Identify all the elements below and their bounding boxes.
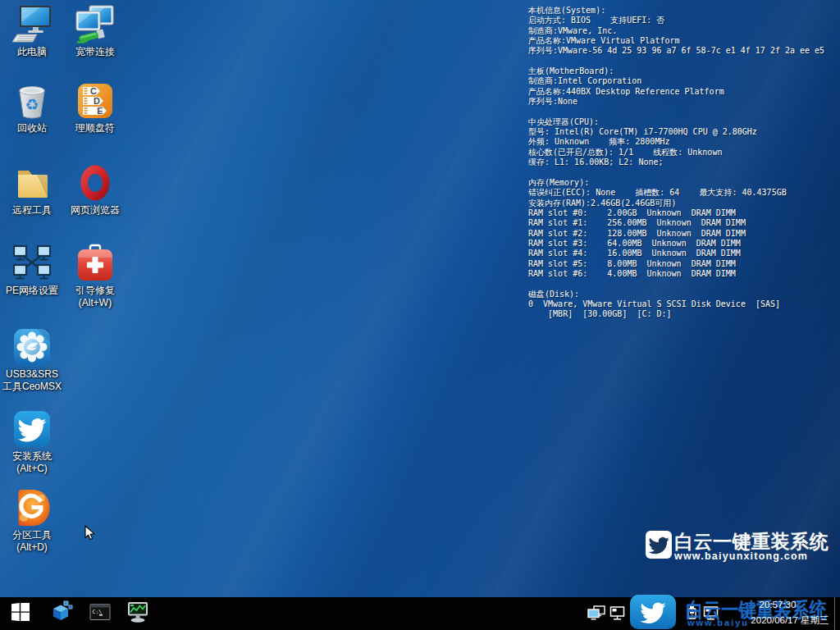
desktop-icon-usb3-srs-tool[interactable]: USB3&SRS工具CeoMSX — [1, 327, 63, 393]
desktop-icon-install-system[interactable]: 安装系统(Alt+C) — [1, 409, 63, 475]
desktop-icon-label: USB3&SRS — [6, 368, 58, 381]
brand-watermark: 白云一键重装系统 www.baiyunxitong.com — [645, 529, 833, 578]
desktop-icon-remote-tools[interactable]: 远程工具 — [1, 163, 63, 217]
usb-tool-icon — [12, 327, 52, 367]
drive-letters-icon: CDE — [75, 81, 115, 121]
monitor-tray-icon — [609, 605, 627, 625]
broadband-icon — [75, 5, 115, 44]
brand-url: www.baiyunxitong.com — [674, 550, 808, 562]
desktop-icon-recycle-bin[interactable]: ♻回收站 — [1, 81, 63, 135]
clock-date[interactable]: 2020/06/17 星期三 — [746, 614, 833, 627]
bird-logo-icon — [646, 531, 672, 562]
clock-time[interactable]: 20:57:30 — [751, 600, 804, 609]
desktop-icon-partition-tool[interactable]: 分区工具(Alt+D) — [1, 488, 63, 554]
desktop-icon-label: 安装系统 — [12, 450, 52, 463]
bird-icon — [12, 409, 52, 449]
windows-logo-icon — [11, 603, 30, 624]
taskbar-app-command-prompt[interactable]: C:\ — [81, 597, 119, 630]
computer-icon — [12, 5, 52, 44]
opera-icon — [75, 163, 115, 203]
desktop-icon-drive-letter-fix[interactable]: CDE理顺盘符 — [64, 81, 126, 135]
taskbar-watermark-url: www.baiyu — [687, 618, 749, 628]
mouse-cursor — [82, 525, 98, 544]
start-button[interactable] — [2, 597, 39, 630]
display-switch-icon — [587, 605, 605, 625]
task-monitor-icon — [126, 601, 149, 627]
desktop-icon-label: 回收站 — [17, 122, 47, 135]
svg-text:D: D — [94, 96, 100, 106]
desktop-icon-label: 宽带连接 — [75, 46, 115, 58]
desktop-icon-label: 网页浏览器 — [71, 204, 120, 217]
svg-text:C: C — [90, 86, 97, 96]
svg-text:♻: ♻ — [25, 95, 39, 113]
desktop-icon-label: 远程工具 — [12, 204, 52, 217]
desktop-icon-label: 理顺盘符 — [75, 122, 115, 135]
desktop-icon-label: 此电脑 — [17, 46, 47, 58]
desktop-icon-label: PE网络设置 — [6, 285, 58, 297]
desktop-icon-label: 引导修复 — [75, 285, 115, 297]
desktop-icon-web-browser[interactable]: 网页浏览器 — [64, 163, 126, 217]
desktop-icon-label: (Alt+C) — [16, 463, 48, 475]
desktop-icon-label: 工具CeoMSX — [2, 381, 62, 393]
desktop[interactable]: 此电脑宽带连接♻回收站CDE理顺盘符远程工具网页浏览器PE网络设置引导修复(Al… — [0, 0, 840, 630]
folder-icon — [12, 163, 52, 203]
svg-text:C:\: C:\ — [93, 609, 103, 615]
show-desktop-button[interactable] — [834, 597, 835, 630]
cube-tool-icon — [50, 600, 73, 627]
taskbar: C:\ ? 白云一键重装系统 www.baiyu 20:57:30 2020/0… — [0, 597, 840, 630]
cmd-icon: C:\ — [89, 601, 111, 626]
taskbar-bird-logo-icon — [630, 595, 676, 629]
taskbar-app-cube-tool[interactable] — [43, 597, 80, 630]
desktop-icon-label: (Alt+D) — [16, 541, 48, 554]
svg-text:E: E — [97, 106, 103, 116]
taskbar-app-task-monitor[interactable] — [119, 597, 157, 630]
desktop-icon-this-pc[interactable]: 此电脑 — [1, 5, 63, 58]
firstaid-icon — [75, 244, 115, 283]
tray-second-display[interactable] — [609, 605, 627, 625]
network-icon — [12, 244, 52, 283]
desktop-icon-pe-network-setup[interactable]: PE网络设置 — [1, 244, 63, 297]
system-info-text: 本机信息(System): 启动方式: BIOS 支持UEFI: 否 制造商:V… — [528, 6, 840, 320]
tray-display-switch[interactable] — [587, 605, 605, 625]
desktop-icon-broadband-connection[interactable]: 宽带连接 — [64, 5, 126, 58]
recycle-bin-icon: ♻ — [12, 81, 52, 121]
desktop-icon-label: (Alt+W) — [79, 297, 112, 309]
desktop-icon-label: 分区工具 — [12, 529, 52, 541]
diskgenius-icon — [12, 488, 52, 527]
desktop-icon-boot-repair[interactable]: 引导修复(Alt+W) — [64, 244, 126, 309]
